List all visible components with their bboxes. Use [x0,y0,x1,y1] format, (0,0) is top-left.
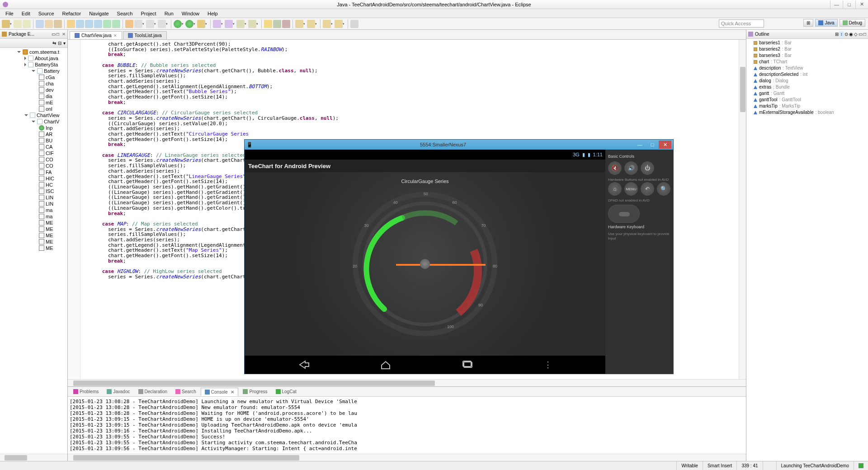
toolbar-icon[interactable] [236,20,245,28]
tree-node[interactable]: ISC [1,188,66,194]
save-all-icon[interactable] [23,20,31,28]
power-icon[interactable]: ⏻ [641,161,654,175]
tree-node[interactable]: Inp [1,125,66,131]
h-scrollbar[interactable] [68,454,746,461]
toolbar-icon[interactable] [225,20,233,28]
toolbar-icon[interactable] [36,20,44,28]
back-nav-icon[interactable] [298,360,310,370]
tree-node[interactable]: LIN [1,201,66,207]
tree-node[interactable]: ChartView [1,112,66,118]
open-perspective-button[interactable]: ⊞ [803,19,813,27]
recent-nav-icon[interactable] [462,360,474,370]
menu-help[interactable]: Help [204,10,222,17]
tree-node[interactable]: HIC [1,175,66,182]
menu-icon[interactable]: MENU [624,182,638,196]
toolbar-icon[interactable] [146,20,154,28]
tree-node[interactable]: CIF [1,150,66,156]
outline-toolbar-icon[interactable]: □ [863,32,866,37]
outline-item[interactable]: barseries2: Bar [748,46,866,52]
run-icon[interactable] [174,20,182,28]
toolbar-icon[interactable] [67,20,75,28]
toolbar-icon[interactable] [76,20,84,28]
volume-up-icon[interactable]: 🔊 [624,161,638,175]
console-output[interactable]: [2015-01-23 13:08:28 - TeeChartAndroidDe… [68,397,746,454]
toolbar-icon[interactable] [112,20,120,28]
close-view-icon[interactable]: ✕ [62,32,66,37]
toolbar-icon[interactable] [103,20,111,28]
search-icon[interactable]: 🔍 [657,182,670,196]
toolbar-icon[interactable] [94,20,102,28]
toolbar-icon[interactable] [54,20,62,28]
tree-node[interactable]: onl [1,106,66,112]
menu-nav-icon[interactable]: ⋮ [544,360,552,370]
outline-toolbar-icon[interactable]: ↕ [840,32,844,37]
outline-item[interactable]: chart: TChart [748,59,866,65]
tree-node[interactable]: cha [1,80,66,87]
tree-node[interactable]: Battery [1,68,66,74]
tree-node[interactable]: HC [1,182,66,188]
tree-node[interactable]: BatterySta [1,61,66,68]
dpad[interactable] [608,205,640,223]
outline-item[interactable]: extras: Bundle [748,84,866,90]
package-tree[interactable]: com.steema.tAbout.javaBatteryStaBatteryc… [0,48,67,454]
new-icon[interactable] [2,20,10,28]
volume-down-icon[interactable]: 🔇 [608,161,622,175]
toolbar-icon[interactable] [282,20,290,28]
tree-node[interactable]: CA [1,144,66,150]
h-scrollbar[interactable] [68,379,746,386]
menu-window[interactable]: Window [178,10,203,17]
toolbar-icon[interactable] [273,20,281,28]
maximize-button[interactable]: □ [843,0,855,9]
tab-progress[interactable]: Progress [239,388,271,395]
outline-item[interactable]: barseries1: Bar [748,40,866,46]
minimize-view-icon[interactable]: ▭ [52,32,56,37]
editor-tab[interactable]: ToolsList.java [123,31,167,39]
search-icon[interactable] [264,20,272,28]
phone-screen[interactable]: 3G ▮ ▮ 1:11 TeeChart for Android Preview… [245,150,605,374]
toolbar-icon[interactable] [213,20,221,28]
perspective-debug[interactable]: Debug [840,19,865,27]
menu-run[interactable]: Run [161,10,177,17]
toolbar-icon[interactable] [45,20,53,28]
tab-search[interactable]: Search [172,388,200,395]
tree-node[interactable]: CO [1,163,66,169]
toolbar-icon[interactable] [85,20,93,28]
menu-refactor[interactable]: Refactor [59,10,85,17]
outline-item[interactable]: mExternalStorageAvailable: boolean [748,109,866,116]
outline-item[interactable]: description: TextView [748,65,866,71]
tree-node[interactable]: dia [1,93,66,99]
close-button[interactable]: ✕ [855,0,868,9]
outline-toolbar-icon[interactable]: ⊙ [844,32,848,37]
menu-file[interactable]: File [2,10,17,17]
editor-tab[interactable]: ChartView.java✕ [70,31,122,39]
outline-item[interactable]: dialog: Dialog [748,78,866,84]
menu-project[interactable]: Project [137,10,160,17]
tree-node[interactable]: ME [1,245,66,251]
toolbar-icon[interactable] [248,20,256,28]
tree-node[interactable]: CO [1,156,66,163]
toolbar-icon[interactable] [197,20,205,28]
menu-source[interactable]: Source [35,10,58,17]
tree-node[interactable]: FA [1,169,66,175]
tree-node[interactable]: ma [1,213,66,220]
outline-item[interactable]: barseries3: Bar [748,52,866,59]
em-close-button[interactable]: ✕ [659,141,671,149]
prev-icon[interactable] [323,20,331,28]
outline-item[interactable]: ganttTool: GanttTool [748,97,866,103]
menu-search[interactable]: Search [113,10,137,17]
save-icon[interactable] [14,20,22,28]
outline-toolbar-icon[interactable]: ◇ [854,32,858,37]
tab-declaration[interactable]: Declaration [135,388,171,395]
maximize-view-icon[interactable]: □ [57,32,59,37]
h-scrollbar[interactable] [0,454,67,461]
tree-node[interactable]: cGa [1,74,66,80]
debug-icon[interactable] [185,20,193,28]
menu-navigate[interactable]: Navigate [85,10,112,17]
tree-node[interactable]: LIN [1,194,66,201]
link-editor-icon[interactable]: ⊟ [58,41,61,46]
tree-node[interactable]: mE [1,99,66,106]
tree-node[interactable]: ME [1,226,66,232]
tree-node[interactable]: AR [1,131,66,137]
collapse-all-icon[interactable]: ⇆ [52,41,56,46]
tab-problems[interactable]: Problems [70,388,102,395]
